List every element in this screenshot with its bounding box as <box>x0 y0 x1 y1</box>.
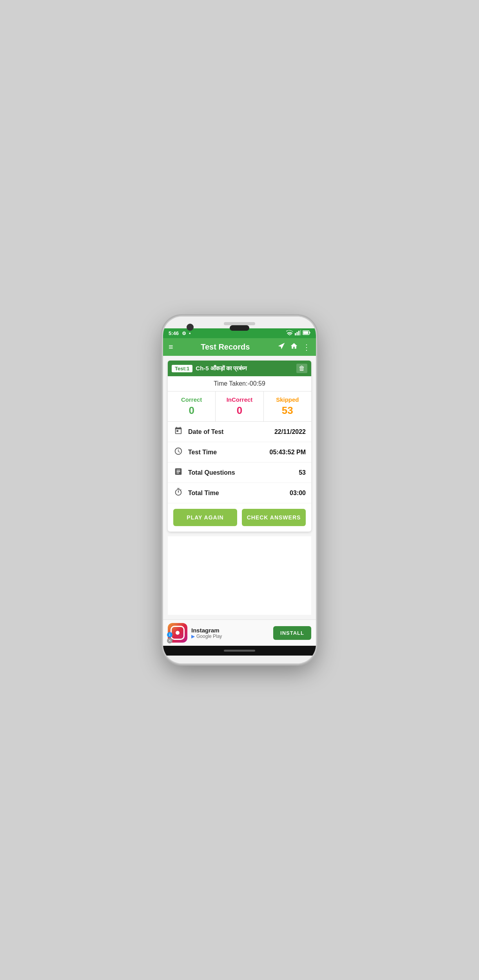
incorrect-value: 0 <box>219 404 260 417</box>
totaltime-value: 03:00 <box>290 490 306 497</box>
status-time: 5:46 <box>169 330 179 336</box>
ad-info: Instagram ▶ Google Play <box>191 627 269 639</box>
check-answers-button[interactable]: CHECK ANSWERS <box>242 509 306 526</box>
google-play-icon: ▶ <box>191 634 195 639</box>
ad-close-info: i ✕ <box>167 632 172 643</box>
delete-icon[interactable]: 🗑 <box>296 364 307 373</box>
skipped-label: Skipped <box>267 396 308 403</box>
menu-icon[interactable]: ≡ <box>169 342 173 352</box>
status-left: 5:46 ⚙ ▪ <box>169 330 191 336</box>
skipped-value: 53 <box>267 404 308 417</box>
correct-value: 0 <box>171 404 212 417</box>
phone-screen: 5:46 ⚙ ▪ <box>163 328 316 656</box>
svg-rect-1 <box>297 332 298 335</box>
settings-icon: ⚙ <box>181 331 187 336</box>
face-id <box>230 325 249 331</box>
ad-app-name: Instagram <box>191 627 269 634</box>
play-again-button[interactable]: PLAY AGAIN <box>173 509 237 526</box>
correct-cell: Correct 0 <box>168 392 216 421</box>
skipped-cell: Skipped 53 <box>264 392 311 421</box>
phone-bottom <box>163 656 316 663</box>
nav-pill <box>224 650 255 652</box>
button-row: PLAY AGAIN CHECK ANSWERS <box>168 503 311 532</box>
status-right <box>286 330 310 337</box>
ad-store-name: Google Play <box>196 634 222 639</box>
instagram-icon-dot <box>176 631 180 635</box>
date-value: 22/11/2022 <box>274 428 306 435</box>
time-taken-text: Time Taken:-00:59 <box>214 380 265 387</box>
date-icon <box>173 426 183 437</box>
time-label: Test Time <box>188 449 265 456</box>
test-card: Test:1 Ch-5 आँकड़ों का प्रबंध्न 🗑 Time T… <box>168 361 311 532</box>
send-icon[interactable] <box>278 342 285 352</box>
info-rows: Date of Test 22/11/2022 Test Time 05:43:… <box>168 422 311 503</box>
score-row: Correct 0 InCorrect 0 Skipped 53 <box>168 392 311 422</box>
time-value: 05:43:52 PM <box>270 449 306 456</box>
correct-label: Correct <box>171 396 212 403</box>
incorrect-label: InCorrect <box>219 396 260 403</box>
wifi-icon <box>286 330 293 337</box>
info-row-questions: Total Questions 53 <box>168 463 311 483</box>
stopwatch-icon <box>173 488 183 498</box>
svg-rect-3 <box>300 330 301 335</box>
totaltime-label: Total Time <box>188 490 285 497</box>
toolbar-title: Test Records <box>178 342 273 352</box>
ad-info-icon[interactable]: i <box>167 632 172 638</box>
time-taken-row: Time Taken:-00:59 <box>168 376 311 392</box>
empty-space <box>168 536 311 615</box>
questions-label: Total Questions <box>188 469 294 476</box>
phone-top-bar <box>163 317 316 328</box>
date-label: Date of Test <box>188 428 270 435</box>
svg-rect-2 <box>298 331 299 335</box>
incorrect-cell: InCorrect 0 <box>216 392 263 421</box>
toolbar: ≡ Test Records ⋮ <box>163 338 316 356</box>
nav-bar <box>163 646 316 656</box>
more-options-icon[interactable]: ⋮ <box>303 342 310 352</box>
info-row-time: Test Time 05:43:52 PM <box>168 442 311 463</box>
card-header: Test:1 Ch-5 आँकड़ों का प्रबंध्न 🗑 <box>168 361 311 376</box>
ad-store-row: ▶ Google Play <box>191 634 269 639</box>
instagram-icon-inner <box>171 626 185 640</box>
speaker <box>224 322 255 325</box>
test-badge: Test:1 <box>172 365 192 372</box>
home-icon[interactable] <box>290 342 298 352</box>
ad-banner: i ✕ Instagram ▶ Google Play INSTALL <box>163 619 316 646</box>
info-row-totaltime: Total Time 03:00 <box>168 483 311 503</box>
test-title: Ch-5 आँकड़ों का प्रबंध्न <box>196 365 293 372</box>
signal-icon <box>295 330 301 337</box>
install-button[interactable]: INSTALL <box>273 626 311 640</box>
ad-icon-wrap: i ✕ <box>168 623 187 643</box>
questions-icon <box>173 467 183 478</box>
battery-icon <box>303 330 310 336</box>
svg-rect-0 <box>295 333 296 335</box>
main-content: Test:1 Ch-5 आँकड़ों का प्रबंध्न 🗑 Time T… <box>163 356 316 619</box>
phone-frame: 5:46 ⚙ ▪ <box>163 317 316 663</box>
svg-rect-6 <box>310 332 310 333</box>
camera <box>187 324 194 331</box>
svg-rect-5 <box>303 332 308 334</box>
clock-icon <box>173 447 183 457</box>
sim-indicator: ▪ <box>189 330 191 336</box>
info-row-date: Date of Test 22/11/2022 <box>168 422 311 442</box>
ad-close-button[interactable]: ✕ <box>167 638 172 643</box>
questions-value: 53 <box>299 469 306 476</box>
